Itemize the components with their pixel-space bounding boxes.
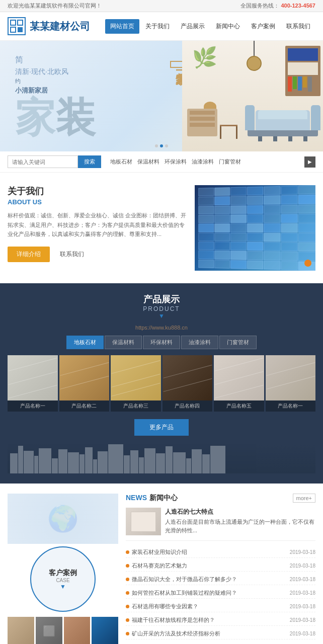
product-name-3: 产品名称四 [163,400,213,412]
news-item-date-5: 2019-03-18 [290,617,315,623]
banner-left: 简 清新·现代·北欧风 约 小清新家居 家 装 [0,45,182,148]
world-map-bg: 🌍 [8,494,118,544]
search-tag-1[interactable]: 保温材料 [137,158,159,166]
news-featured[interactable]: 人造石的七大特点 人造石台面是目前市场上流通最为广泛的一种台面，它不仅有光滑的特… [126,508,315,541]
search-tag-0[interactable]: 地板石材 [110,158,132,166]
product-item-1[interactable]: 产品名称二 [59,355,110,412]
news-item-1[interactable]: 石材马赛克的艺术魅力 2019-03-18 [126,560,315,572]
news-header: NEWS 新闻中心 more+ [126,494,315,503]
news-item-5[interactable]: 福建千往石材放线程序是怎样的？ 2019-03-18 [126,615,315,626]
banner-right-image: 🌿 [182,41,323,151]
nav-cases[interactable]: 客户案例 [246,19,280,34]
news-featured-title: 人造石的七大特点 [165,508,315,516]
search-button[interactable]: 搜索 [78,155,101,168]
news-item-date-2: 2019-03-18 [290,577,315,582]
news-item-title-2: 微晶石知识大全，对于微晶石你了解多少？ [132,576,290,583]
products-title-area: 产品展示 PRODUCT ▼ [8,293,315,319]
product-tab-4[interactable]: 门窗管材 [219,336,257,349]
cases-side: 🌍 客户案例 CASE ▼ ⬜ [8,494,118,644]
product-name-1: 产品名称二 [59,400,110,412]
product-tab-0[interactable]: 地板石材 [66,336,104,349]
search-tags: 地板石材 保温材料 环保涂料 油漆涂料 门窗管材 [110,158,241,166]
product-name-0: 产品名称一 [8,400,58,412]
case-img-0[interactable] [8,617,34,644]
logo-icon [8,17,26,35]
contact-link[interactable]: 联系我们 [60,250,84,259]
glass-grid [197,185,315,271]
more-btn-wrap: 更多产品 [8,419,315,436]
search-input[interactable] [8,155,78,168]
news-item-title-6: 矿山开采的方法及技术经济指标分析 [132,630,290,637]
news-title: NEWS 新闻中心 [126,494,178,503]
news-side: NEWS 新闻中心 more+ 人造石的七大特点 人造石台面是目前市场上流通最为… [118,494,315,644]
news-more-link[interactable]: more+ [293,494,316,503]
news-item-2[interactable]: 微晶石知识大全，对于微晶石你了解多少？ 2019-03-18 [126,574,315,585]
news-title-en: NEWS [126,494,147,502]
product-tab-1[interactable]: 保温材料 [105,336,142,349]
nav-contact[interactable]: 联系我们 [281,19,315,34]
news-dot-5 [126,618,129,622]
cases-en: CASE [56,578,69,583]
banner-simple-text: 清新·现代·北欧风 [15,67,167,76]
about-left: 关于我们 ABOUT US 标杆价值观：诚信、创新、厚爱企业核心、诚信 企业图标… [8,185,187,271]
news-item-title-5: 福建千往石材放线程序是怎样的？ [132,616,290,624]
news-item-0[interactable]: 家装石材业用知识介绍 2019-03-18 [126,547,315,558]
news-item-title-0: 家装石材业用知识介绍 [132,548,290,556]
product-item-5[interactable]: 产品名称一 [266,355,316,412]
case-img-2[interactable] [64,617,91,644]
svg-rect-1 [18,20,23,25]
news-item-6[interactable]: 矿山开采的方法及技术经济指标分析 2019-03-18 [126,628,315,639]
product-tab-2[interactable]: 环保材料 [143,336,180,349]
products-section: 产品展示 PRODUCT ▼ https://www.ku888.cn 地板石材… [0,283,323,484]
news-item-3[interactable]: 如何管控石材从加工到铺装过程的疑难问？ 2019-03-18 [126,588,315,599]
products-wrapper: 产品展示 PRODUCT ▼ https://www.ku888.cn 地板石材… [0,283,323,484]
products-title-cn: 产品展示 [8,293,315,305]
sofa [245,105,320,141]
news-item-date-6: 2019-03-18 [290,631,315,636]
news-featured-content: 人造石的七大特点 人造石台面是目前市场上流通最为广泛的一种台面，它不仅有光滑的特… [165,508,315,535]
news-dot-1 [126,564,129,568]
product-item-4[interactable]: 产品名称五 [214,355,264,412]
dot-3[interactable] [165,144,168,147]
svg-rect-3 [18,27,23,32]
product-item-2[interactable]: 产品名称三 [111,355,161,412]
search-tag-4[interactable]: 门窗管材 [219,158,241,166]
cases-images: ⬜ [8,617,118,644]
cases-arrow: ▼ [60,583,66,590]
top-bar: 欢迎光临某某建筑软件有限公司官网！ 全国服务热线： 400-123-4567 [0,0,323,12]
news-featured-image [126,508,161,535]
news-item-date-1: 2019-03-18 [290,563,315,569]
case-img-3[interactable] [92,617,118,644]
product-img-4 [214,355,264,400]
about-section: 关于我们 ABOUT US 标杆价值观：诚信、创新、厚爱企业核心、诚信 企业图标… [0,173,323,283]
product-tab-3[interactable]: 油漆涂料 [181,336,218,349]
news-list: 家装石材业用知识介绍 2019-03-18 石材马赛克的艺术魅力 2019-03… [126,547,315,639]
product-img-5 [266,355,316,400]
nav-home[interactable]: 网站首页 [105,19,139,34]
search-tag-3[interactable]: 油漆涂料 [192,158,214,166]
nav-news[interactable]: 新闻中心 [211,19,245,34]
banner: 简 清新·现代·北欧风 约 小清新家居 家 装 一家装大促 🌿 [0,41,323,151]
search-tag-2[interactable]: 环保涂料 [165,158,187,166]
logo-text: 某某建材公司 [30,20,90,33]
banner-jian: 简 [15,55,167,65]
product-item-0[interactable]: 产品名称一 [8,355,58,412]
news-item-4[interactable]: 石材选用有哪些专业因素？ 2019-03-18 [126,601,315,612]
about-orange-dot [304,260,311,267]
product-name-4: 产品名称五 [214,400,264,412]
case-img-1[interactable]: ⬜ [36,617,62,644]
detail-button[interactable]: 详细介绍 [8,247,50,262]
nav-products[interactable]: 产品展示 [176,19,210,34]
dot-1[interactable] [155,144,158,147]
news-item-title-4: 石材选用有哪些专业因素？ [132,603,290,610]
more-products-button[interactable]: 更多产品 [134,419,189,436]
nav-about[interactable]: 关于我们 [140,19,175,34]
news-dot-4 [126,605,129,608]
about-buttons: 详细介绍 联系我们 [8,247,187,262]
news-dot-0 [126,550,129,554]
play-button[interactable]: ▶ [304,156,315,168]
dot-2[interactable] [160,144,163,147]
product-img-1 [59,355,110,400]
product-item-3[interactable]: 产品名称四 [163,355,213,412]
welcome-text: 欢迎光临某某建筑软件有限公司官网！ [8,2,102,10]
